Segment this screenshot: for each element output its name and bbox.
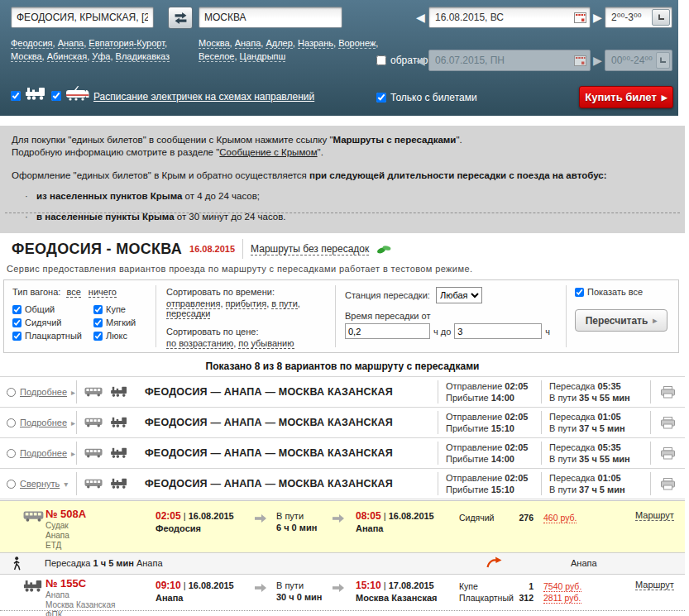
price-link[interactable]: 2811 руб. [543, 593, 581, 604]
inline-link[interactable]: Назрань [298, 38, 333, 49]
wagon-checkbox-kupe[interactable]: Купе [93, 304, 136, 314]
select-none-link[interactable]: ничего [89, 287, 117, 298]
to-station-input[interactable] [199, 7, 342, 28]
print-button[interactable] [651, 386, 684, 399]
checkbox[interactable] [12, 332, 22, 341]
return-date-next-icon[interactable]: ▶ [593, 55, 602, 66]
etrain-filter-input[interactable] [51, 91, 61, 101]
expand-link[interactable]: Подробнее [20, 448, 67, 458]
print-button[interactable] [651, 478, 684, 490]
return-checkbox-input[interactable] [376, 55, 386, 65]
inline-link[interactable]: в пути [271, 298, 298, 309]
info-line-1: Для покупки "единых билетов" в сообщении… [12, 134, 673, 146]
inline-link[interactable]: Евпатория-Курорт [89, 38, 165, 49]
date-next-icon[interactable]: ▶ [593, 12, 602, 23]
inline-link[interactable]: Цандрыпш [240, 51, 286, 62]
arrow-right-icon [255, 514, 266, 523]
calendar-icon[interactable] [574, 12, 586, 23]
clock-icon[interactable] [652, 9, 670, 26]
only-tickets-input[interactable] [376, 93, 386, 103]
checkbox[interactable] [93, 305, 103, 314]
checkbox[interactable] [93, 318, 103, 327]
date-prev-icon[interactable]: ◀ [416, 12, 425, 23]
date-field[interactable]: 16.08.2015, ВС [428, 7, 591, 28]
return-date-prev-icon[interactable]: ◀ [416, 55, 425, 66]
route-map-link[interactable]: Маршрут [635, 510, 674, 521]
from-suggestions: Феодосия, Анапа, Евпатория-Курорт, Москв… [11, 36, 191, 63]
inline-link[interactable]: по убыванию [238, 338, 294, 349]
expand-arrow-icon: ▸ [71, 418, 75, 427]
train-filter-checkbox[interactable] [11, 91, 21, 101]
train-icon [110, 447, 128, 459]
inline-link[interactable]: Веселое [199, 51, 234, 62]
swap-stations-button[interactable] [168, 7, 193, 29]
buy-ticket-button[interactable]: Купить билет ▶ [579, 86, 673, 108]
inline-link[interactable]: Адлер [266, 38, 292, 49]
inline-link[interactable]: Москва [11, 51, 42, 62]
duration-value: 35 ч 55 мин [579, 454, 630, 464]
etrain-filter-checkbox[interactable] [51, 91, 61, 101]
only-tickets-checkbox[interactable]: Только с билетами [376, 92, 477, 103]
wagon-checkbox-sidyachiy[interactable]: Сидячий [12, 318, 82, 327]
inline-link[interactable]: Анапа [58, 38, 84, 49]
dep-label: Отправление [446, 381, 502, 391]
inline-link[interactable]: Абинская [47, 51, 88, 62]
inline-link[interactable]: пересадки [166, 308, 210, 319]
bus-icon [84, 418, 103, 427]
inline-link[interactable]: Владикавказ [116, 51, 170, 62]
checkbox[interactable] [12, 305, 22, 314]
inline-link[interactable]: Москва [199, 38, 230, 49]
variant-radio[interactable] [7, 449, 16, 458]
print-button[interactable] [651, 417, 684, 429]
print-button[interactable] [651, 447, 684, 460]
variant-radio[interactable] [7, 480, 16, 489]
time-field[interactable]: 2⁰⁰-3⁰⁰ [605, 7, 672, 28]
expand-link[interactable]: Подробнее [20, 418, 67, 427]
printer-icon [661, 447, 675, 460]
transfer-station-select[interactable]: Любая [436, 287, 482, 303]
show-all-checkbox[interactable]: Показать все [575, 287, 667, 297]
date-separator: | [384, 580, 386, 590]
bus-icon [23, 511, 45, 522]
recalculate-button[interactable]: Пересчитать ▸ [575, 309, 667, 332]
show-all-input[interactable] [575, 288, 584, 297]
steam-train-icon [25, 87, 46, 101]
inline-link[interactable]: Феодосия [11, 38, 53, 49]
from-station-input[interactable] [11, 7, 154, 28]
dashed-divider [5, 212, 680, 213]
sort-section: Сортировать по времени: отправления, при… [166, 287, 332, 348]
direct-routes-link[interactable]: Маршруты без пересадок [251, 243, 369, 255]
buy-ticket-label: Купить билет [585, 91, 657, 103]
wagon-checkbox-platskartny[interactable]: Плацкартный [12, 331, 82, 341]
transfer-time-to-input[interactable] [454, 323, 542, 339]
collapse-link[interactable]: Свернуть [20, 479, 60, 489]
train-number-link[interactable]: № 508А [45, 508, 86, 520]
expand-arrow-icon: ▸ [71, 449, 75, 458]
checkbox[interactable] [93, 332, 103, 341]
price-link[interactable]: 460 руб. [543, 513, 577, 523]
wagon-checkbox-obschiy[interactable]: Общий [12, 304, 82, 314]
arr-time: 14:00 [491, 393, 514, 403]
inline-link[interactable]: Уфа [92, 51, 110, 62]
train-number-link[interactable]: № 155С [45, 577, 115, 590]
inline-link[interactable]: Анапа [235, 38, 261, 49]
train-filter-input[interactable] [11, 91, 21, 101]
wagon-checkbox-lux[interactable]: Люкс [93, 331, 136, 341]
divider [156, 285, 156, 347]
wagon-checkbox-myagkiy[interactable]: Мягкий [93, 318, 136, 327]
checkbox[interactable] [12, 318, 22, 327]
select-all-link[interactable]: все [66, 287, 80, 298]
class-name: Купе [459, 580, 512, 592]
inline-link[interactable]: по возрастанию [166, 338, 233, 349]
variant-radio[interactable] [7, 388, 16, 397]
variant-radio[interactable] [7, 418, 16, 427]
inline-link[interactable]: прибытия [226, 298, 267, 309]
collapse-arrow-icon: ▾ [64, 480, 68, 489]
seat-class-row: Сидячий276460 руб. [459, 512, 577, 523]
price-link[interactable]: 7540 руб. [543, 581, 581, 592]
transfer-time-from-input[interactable] [345, 323, 430, 339]
expand-link[interactable]: Подробнее [20, 387, 67, 397]
inline-link[interactable]: Воронеж [338, 38, 376, 49]
route-map-link[interactable]: Маршрут [635, 580, 674, 590]
elektrichka-schedule-link[interactable]: Расписание электричек на схемах направле… [93, 91, 314, 103]
